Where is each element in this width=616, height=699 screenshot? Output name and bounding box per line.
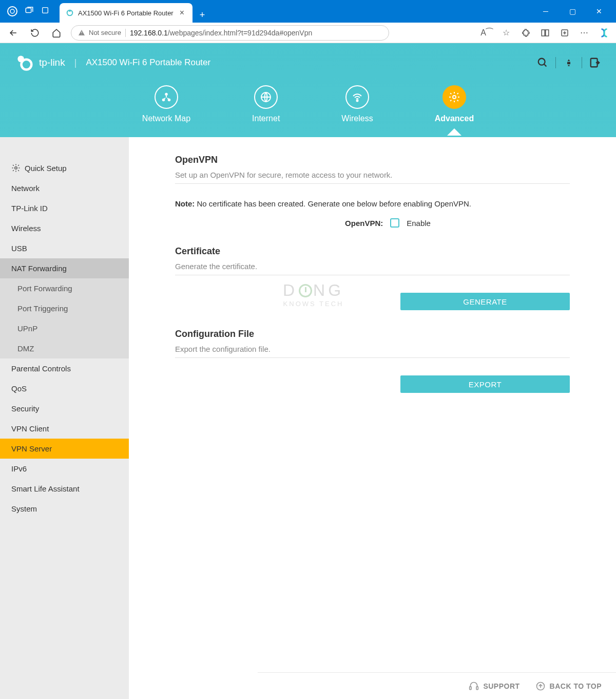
home-button[interactable] bbox=[49, 26, 64, 40]
footer: SUPPORT BACK TO TOP bbox=[258, 672, 616, 699]
headset-icon bbox=[469, 681, 479, 691]
nav-tab-wireless[interactable]: Wireless bbox=[341, 85, 373, 123]
config-file-desc: Export the configuration file. bbox=[175, 345, 570, 358]
content-pane: DNG KNOWS TECH OpenVPN Set up an OpenVPN… bbox=[129, 137, 616, 699]
back-to-top-link[interactable]: BACK TO TOP bbox=[535, 681, 602, 691]
sidebar-smart-life[interactable]: Smart Life Assistant bbox=[0, 479, 129, 499]
security-warning-icon: Not secure bbox=[78, 29, 121, 37]
minimize-button[interactable]: ─ bbox=[538, 7, 553, 15]
tab-actions-icon[interactable] bbox=[41, 6, 49, 16]
led-icon[interactable] bbox=[562, 56, 575, 69]
gear-icon bbox=[11, 163, 21, 173]
more-icon[interactable]: ⋯ bbox=[579, 28, 589, 38]
extensions-icon[interactable] bbox=[521, 28, 531, 38]
certificate-desc: Generate the certificate. bbox=[175, 262, 570, 275]
openvpn-field-label: OpenVPN: bbox=[345, 219, 383, 228]
wireless-icon bbox=[345, 85, 369, 109]
svg-point-4 bbox=[69, 10, 71, 12]
svg-rect-1 bbox=[26, 8, 31, 13]
svg-point-0 bbox=[10, 9, 14, 13]
sidebar-wireless[interactable]: Wireless bbox=[0, 218, 129, 238]
generate-button[interactable]: GENERATE bbox=[400, 293, 570, 310]
workspaces-icon[interactable] bbox=[25, 6, 34, 17]
browser-tab[interactable]: AX1500 Wi-Fi 6 Portable Router × bbox=[60, 3, 192, 23]
internet-icon bbox=[254, 85, 278, 109]
sidebar-vpn-server[interactable]: VPN Server bbox=[0, 439, 129, 459]
sidebar-network[interactable]: Network bbox=[0, 178, 129, 198]
brand-logo: tp-link | AX1500 Wi-Fi 6 Portable Router bbox=[14, 53, 210, 72]
sidebar-dmz[interactable]: DMZ bbox=[0, 338, 129, 358]
support-link[interactable]: SUPPORT bbox=[469, 681, 519, 691]
export-button[interactable]: EXPORT bbox=[400, 375, 570, 393]
sidebar-qos[interactable]: QoS bbox=[0, 379, 129, 399]
url-input[interactable]: Not secure 192.168.0.1/webpages/index.ht… bbox=[71, 25, 389, 41]
svg-point-16 bbox=[357, 100, 358, 102]
sidebar: Quick Setup Network TP-Link ID Wireless … bbox=[0, 137, 129, 699]
openvpn-note: Note: No certificate has been created. G… bbox=[175, 199, 570, 208]
collections-icon[interactable] bbox=[560, 28, 570, 38]
search-icon[interactable] bbox=[536, 56, 549, 69]
openvpn-enable-label: Enable bbox=[407, 219, 431, 228]
new-tab-button[interactable]: + bbox=[195, 7, 210, 23]
address-bar: Not secure 192.168.0.1/webpages/index.ht… bbox=[0, 23, 616, 43]
sidebar-vpn-client[interactable]: VPN Client bbox=[0, 419, 129, 439]
svg-rect-6 bbox=[546, 30, 549, 36]
svg-rect-2 bbox=[43, 8, 48, 13]
svg-point-12 bbox=[165, 93, 168, 96]
arrow-up-circle-icon bbox=[535, 681, 546, 691]
nav-tab-advanced[interactable]: Advanced bbox=[435, 85, 474, 123]
copilot-icon[interactable] bbox=[599, 27, 610, 39]
svg-point-9 bbox=[17, 56, 24, 63]
device-name: AX1500 Wi-Fi 6 Portable Router bbox=[86, 58, 210, 68]
nav-tab-internet[interactable]: Internet bbox=[252, 85, 280, 123]
sidebar-upnp[interactable]: UPnP bbox=[0, 318, 129, 338]
sidebar-nat-forwarding[interactable]: NAT Forwarding bbox=[0, 258, 129, 278]
svg-point-10 bbox=[538, 59, 545, 65]
svg-rect-5 bbox=[542, 30, 545, 36]
router-header: tp-link | AX1500 Wi-Fi 6 Portable Router… bbox=[0, 43, 616, 137]
openvpn-desc: Set up an OpenVPN for secure, remote acc… bbox=[175, 171, 570, 184]
tab-title: AX1500 Wi-Fi 6 Portable Router bbox=[78, 9, 174, 17]
close-window-button[interactable]: ✕ bbox=[591, 7, 607, 15]
sidebar-ipv6[interactable]: IPv6 bbox=[0, 459, 129, 479]
back-button[interactable] bbox=[6, 26, 21, 40]
certificate-title: Certificate bbox=[175, 246, 570, 257]
maximize-button[interactable]: ▢ bbox=[565, 7, 580, 15]
sidebar-usb[interactable]: USB bbox=[0, 238, 129, 258]
tab-close-icon[interactable]: × bbox=[178, 8, 186, 17]
svg-point-18 bbox=[15, 167, 17, 169]
sidebar-port-forwarding[interactable]: Port Forwarding bbox=[0, 278, 129, 298]
sidebar-security[interactable]: Security bbox=[0, 399, 129, 419]
advanced-icon bbox=[442, 85, 466, 109]
config-file-title: Configuration File bbox=[175, 329, 570, 339]
svg-rect-20 bbox=[476, 686, 478, 689]
svg-rect-19 bbox=[470, 686, 471, 689]
nav-tab-network-map[interactable]: Network Map bbox=[142, 85, 190, 123]
logout-icon[interactable] bbox=[588, 56, 602, 69]
svg-point-17 bbox=[453, 96, 456, 99]
split-screen-icon[interactable] bbox=[540, 28, 550, 38]
window-titlebar: AX1500 Wi-Fi 6 Portable Router × + ─ ▢ ✕ bbox=[0, 0, 616, 23]
url-text: 192.168.0.1/webpages/index.html?t=91d294… bbox=[130, 29, 312, 37]
sidebar-tplink-id[interactable]: TP-Link ID bbox=[0, 198, 129, 218]
main-navigation: Network Map Internet Wireless Advanced bbox=[0, 85, 616, 123]
sidebar-parental[interactable]: Parental Controls bbox=[0, 358, 129, 379]
sidebar-system[interactable]: System bbox=[0, 499, 129, 519]
app-icon bbox=[7, 6, 17, 16]
openvpn-title: OpenVPN bbox=[175, 155, 570, 165]
openvpn-enable-checkbox[interactable] bbox=[390, 218, 399, 228]
refresh-button[interactable] bbox=[28, 26, 42, 40]
sidebar-port-triggering[interactable]: Port Triggering bbox=[0, 298, 129, 318]
favorite-icon[interactable]: ☆ bbox=[501, 28, 511, 38]
read-aloud-icon[interactable]: A⁀ bbox=[482, 28, 492, 38]
tab-favicon-icon bbox=[66, 9, 74, 17]
network-map-icon bbox=[155, 85, 178, 109]
sidebar-quick-setup[interactable]: Quick Setup bbox=[0, 158, 129, 178]
